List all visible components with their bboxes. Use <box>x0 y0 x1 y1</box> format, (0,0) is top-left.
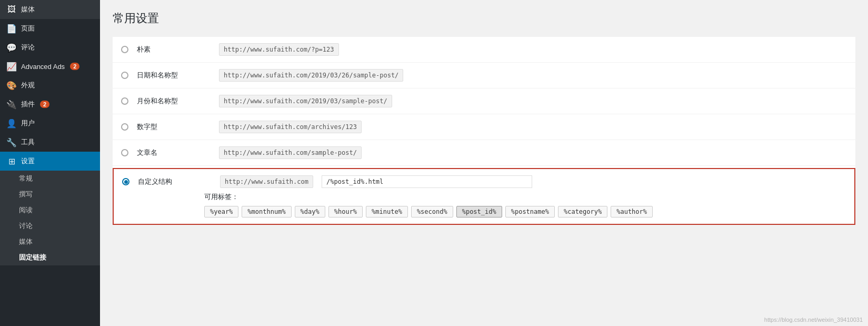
tag-year[interactable]: %year% <box>204 206 238 218</box>
sidebar-item-pages[interactable]: 📄 页面 <box>0 19 100 38</box>
option-url-date-name: http://www.sufaith.com/2019/03/26/sample… <box>219 69 403 82</box>
radio-plain[interactable] <box>121 46 128 53</box>
submenu-item-reading[interactable]: 阅读 <box>0 202 100 218</box>
option-row-date-name[interactable]: 日期和名称型 http://www.sufaith.com/2019/03/26… <box>113 63 855 88</box>
option-row-numeric[interactable]: 数字型 http://www.sufaith.com/archives/123 <box>113 114 855 140</box>
option-url-plain: http://www.sufaith.com/?p=123 <box>219 43 339 56</box>
sidebar-item-media[interactable]: 🖼 媒体 <box>0 0 100 19</box>
tag-monthnum[interactable]: %monthnum% <box>242 206 291 218</box>
option-label-custom: 自定义结构 <box>138 177 212 186</box>
radio-date-name[interactable] <box>121 72 128 79</box>
radio-numeric[interactable] <box>121 123 128 131</box>
sidebar-item-comments[interactable]: 💬 评论 <box>0 38 100 57</box>
submenu-item-discussion[interactable]: 讨论 <box>0 218 100 234</box>
option-row-custom[interactable]: 自定义结构 http://www.sufaith.com 可用标签： %year… <box>113 168 855 225</box>
main-content: 常用设置 朴素 http://www.sufaith.com/?p=123 日期… <box>100 0 868 326</box>
sidebar-item-tools[interactable]: 🔧 工具 <box>0 133 100 152</box>
radio-post-name[interactable] <box>121 149 128 156</box>
option-row-post-name[interactable]: 文章名 http://www.sufaith.com/sample-post/ <box>113 140 855 166</box>
sidebar-label-users: 用户 <box>21 118 35 128</box>
page-title: 常用设置 <box>113 11 855 26</box>
sidebar-label-settings: 设置 <box>21 156 35 166</box>
tag-category[interactable]: %category% <box>558 206 607 218</box>
sidebar-label-media: 媒体 <box>21 5 35 14</box>
submenu-item-permalink[interactable]: 固定链接 <box>0 250 100 265</box>
custom-url-prefix: http://www.sufaith.com <box>220 175 313 188</box>
comments-icon: 💬 <box>6 42 17 53</box>
sidebar: 🖼 媒体 📄 页面 💬 评论 📈 Advanced Ads 2 🎨 外观 🔌 插… <box>0 0 100 326</box>
option-label-numeric: 数字型 <box>137 122 211 132</box>
tag-postname[interactable]: %postname% <box>505 206 555 218</box>
plugins-icon: 🔌 <box>6 99 17 110</box>
permalink-options: 朴素 http://www.sufaith.com/?p=123 日期和名称型 … <box>113 37 855 225</box>
option-label-month-name: 月份和名称型 <box>137 96 211 106</box>
option-label-post-name: 文章名 <box>137 148 211 157</box>
tags-label: 可用标签： <box>204 192 238 202</box>
tags-row: %year% %monthnum% %day% %hour% %minute% … <box>204 206 653 218</box>
advanced-ads-badge: 2 <box>70 63 79 70</box>
pages-icon: 📄 <box>6 23 17 34</box>
sidebar-label-tools: 工具 <box>21 137 35 147</box>
advanced-ads-icon: 📈 <box>6 61 17 72</box>
sidebar-label-pages: 页面 <box>21 24 35 33</box>
plugins-badge: 2 <box>40 101 49 108</box>
media-icon: 🖼 <box>6 4 17 15</box>
custom-url-input[interactable] <box>322 175 532 188</box>
sidebar-item-appearance[interactable]: 🎨 外观 <box>0 76 100 95</box>
tools-icon: 🔧 <box>6 137 17 147</box>
option-label-date-name: 日期和名称型 <box>137 71 211 80</box>
sidebar-label-advanced-ads: Advanced Ads <box>21 63 65 71</box>
option-label-plain: 朴素 <box>137 45 211 54</box>
option-row-plain[interactable]: 朴素 http://www.sufaith.com/?p=123 <box>113 37 855 63</box>
watermark: https://blog.csdn.net/weixin_39410031 <box>764 317 863 323</box>
sidebar-label-plugins: 插件 <box>21 100 35 109</box>
sidebar-item-settings[interactable]: ⊞ 设置 <box>0 152 100 171</box>
tag-day[interactable]: %day% <box>295 206 325 218</box>
radio-custom[interactable] <box>122 178 129 185</box>
sidebar-label-appearance: 外观 <box>21 81 35 90</box>
submenu-item-writing[interactable]: 撰写 <box>0 186 100 202</box>
settings-submenu: 常规 撰写 阅读 讨论 媒体 固定链接 <box>0 171 100 265</box>
option-row-month-name[interactable]: 月份和名称型 http://www.sufaith.com/2019/03/sa… <box>113 88 855 114</box>
tag-second[interactable]: %second% <box>411 206 453 218</box>
appearance-icon: 🎨 <box>6 80 17 91</box>
tag-post-id[interactable]: %post_id% <box>456 206 502 218</box>
submenu-item-media[interactable]: 媒体 <box>0 234 100 250</box>
submenu-item-general[interactable]: 常规 <box>0 171 100 186</box>
radio-month-name[interactable] <box>121 97 128 105</box>
sidebar-label-comments: 评论 <box>21 43 35 52</box>
option-url-month-name: http://www.sufaith.com/2019/03/sample-po… <box>219 95 392 107</box>
option-url-numeric: http://www.sufaith.com/archives/123 <box>219 121 362 133</box>
sidebar-item-users[interactable]: 👤 用户 <box>0 114 100 133</box>
tag-minute[interactable]: %minute% <box>366 206 408 218</box>
settings-icon: ⊞ <box>6 156 17 166</box>
sidebar-item-advanced-ads[interactable]: 📈 Advanced Ads 2 <box>0 57 100 76</box>
custom-row-top: 自定义结构 http://www.sufaith.com <box>122 175 846 188</box>
sidebar-item-plugins[interactable]: 🔌 插件 2 <box>0 95 100 114</box>
option-url-post-name: http://www.sufaith.com/sample-post/ <box>219 146 362 159</box>
users-icon: 👤 <box>6 118 17 129</box>
tag-hour[interactable]: %hour% <box>328 206 363 218</box>
tag-author[interactable]: %author% <box>611 206 653 218</box>
